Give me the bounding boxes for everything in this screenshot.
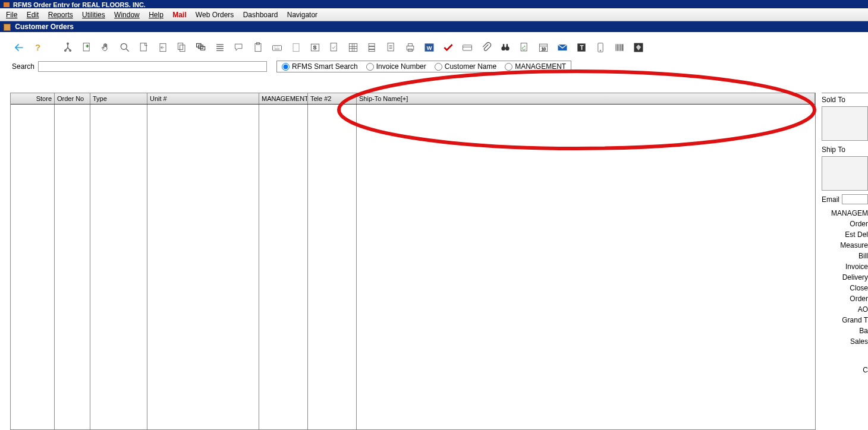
help-icon[interactable]: ? <box>31 40 45 55</box>
svg-rect-22 <box>369 46 375 49</box>
svg-rect-6 <box>140 43 146 51</box>
menu-weborders[interactable]: Web Orders <box>192 10 237 20</box>
mail-icon[interactable] <box>555 40 570 55</box>
menu-navigator[interactable]: Navigator <box>284 10 321 20</box>
clipboard-icon[interactable] <box>251 40 265 55</box>
copy-icon[interactable] <box>175 40 189 55</box>
paperclip-icon[interactable] <box>479 40 493 55</box>
menu-file[interactable]: File <box>2 10 21 20</box>
svg-rect-33 <box>503 44 505 47</box>
grid-col-tele2 <box>308 105 357 429</box>
grid-col-management <box>259 105 308 429</box>
text-box-icon[interactable]: T <box>574 40 589 55</box>
svg-rect-21 <box>369 43 375 46</box>
doc-lines-icon[interactable] <box>384 40 398 55</box>
col-header-management[interactable]: MANAGEMENT <box>259 93 308 104</box>
col-header-store[interactable]: Store <box>11 93 55 104</box>
fork-icon[interactable] <box>61 40 75 55</box>
diamond-icon[interactable] <box>631 40 646 55</box>
doc-back-icon[interactable] <box>156 40 170 55</box>
toolbar: ? S W 10 T <box>0 32 868 59</box>
device-icon[interactable] <box>593 40 608 55</box>
radio-smart-search[interactable]: RFMS Smart Search <box>282 62 358 71</box>
svg-rect-19 <box>331 43 336 51</box>
back-arrow-icon[interactable] <box>12 40 26 55</box>
svg-text:10: 10 <box>542 47 546 51</box>
svg-rect-8 <box>178 43 183 50</box>
grid-body <box>11 105 815 429</box>
printer-icon[interactable] <box>403 40 417 55</box>
keyboard-icon[interactable] <box>270 40 284 55</box>
app-title-bar: RFMS Order Entry for REAL FLOORS, INC. <box>0 0 868 8</box>
menu-dashboard[interactable]: Dashboard <box>240 10 282 20</box>
search-options: RFMS Smart Search Invoice Number Custome… <box>276 61 571 72</box>
svg-rect-26 <box>408 43 413 46</box>
svg-text:?: ? <box>35 42 40 52</box>
side-field-estdel: Est Del <box>822 229 868 240</box>
list-icon[interactable] <box>213 40 227 55</box>
radio-customer-name[interactable]: Customer Name <box>435 62 496 71</box>
email-input[interactable] <box>842 194 868 204</box>
svg-point-32 <box>505 46 510 50</box>
menu-edit[interactable]: Edit <box>23 10 43 20</box>
side-field-order2: Order <box>822 293 868 304</box>
side-field-invoice: Invoice <box>822 261 868 272</box>
radio-invoice-number[interactable]: Invoice Number <box>366 62 426 71</box>
svg-rect-15 <box>273 46 282 50</box>
svg-point-31 <box>501 46 505 50</box>
calendar-icon[interactable]: 10 <box>536 40 551 55</box>
grid-col-shipto <box>357 105 815 429</box>
sold-to-box <box>822 106 868 141</box>
radio-management[interactable]: MANAGEMENT <box>505 62 566 71</box>
search-label: Search <box>12 62 34 71</box>
speech-icon[interactable] <box>232 40 246 55</box>
svg-rect-16 <box>293 43 299 51</box>
grid-col-type <box>90 105 147 429</box>
svg-rect-34 <box>507 44 508 47</box>
menu-help[interactable]: Help <box>145 10 167 20</box>
col-header-unitnum[interactable]: Unit # <box>147 93 259 104</box>
word-icon[interactable]: W <box>422 40 436 55</box>
col-header-tele2[interactable]: Tele #2 <box>308 93 357 104</box>
grid-col-orderno <box>55 105 90 429</box>
search-input[interactable] <box>38 61 267 72</box>
svg-rect-41 <box>598 43 603 52</box>
menu-mail[interactable]: Mail <box>169 10 190 20</box>
s-box-icon[interactable]: S <box>308 40 322 55</box>
sub-title-text: Customer Orders <box>15 23 74 31</box>
side-field-c: C <box>822 365 868 375</box>
refresh-page-icon[interactable] <box>517 40 532 55</box>
stack-icon[interactable] <box>365 40 379 55</box>
doc-grid-icon[interactable] <box>346 40 360 55</box>
card-icon[interactable] <box>460 40 474 55</box>
orders-grid[interactable]: Store Order No Type Unit # MANAGEMENT Te… <box>10 93 816 430</box>
menu-utilities[interactable]: Utilities <box>78 10 109 20</box>
col-header-orderno[interactable]: Order No <box>55 93 90 104</box>
side-field-bill: Bill <box>822 251 868 261</box>
svg-point-5 <box>121 43 127 49</box>
binoculars-icon[interactable] <box>498 40 512 55</box>
menu-window[interactable]: Window <box>111 10 143 20</box>
page-icon[interactable] <box>137 40 151 55</box>
side-field-management: MANAGEM <box>822 208 868 219</box>
menu-bar: File Edit Reports Utilities Window Help … <box>0 8 868 21</box>
svg-rect-30 <box>463 45 472 50</box>
menu-reports[interactable]: Reports <box>45 10 77 20</box>
multi-window-icon[interactable] <box>194 40 208 55</box>
sold-to-label: Sold To <box>822 93 868 105</box>
app-title-text: RFMS Order Entry for REAL FLOORS, INC. <box>13 1 146 8</box>
svg-rect-4 <box>83 43 89 51</box>
barcode-icon[interactable] <box>612 40 627 55</box>
magnify-icon[interactable] <box>118 40 132 55</box>
doc-check-icon[interactable] <box>327 40 341 55</box>
col-header-shipto[interactable]: Ship-To Name[+] <box>357 93 815 104</box>
hand-icon[interactable] <box>99 40 113 55</box>
col-header-type[interactable]: Type <box>90 93 147 104</box>
page-blank-icon[interactable] <box>289 40 303 55</box>
app-icon <box>4 2 10 8</box>
new-doc-icon[interactable] <box>80 40 94 55</box>
side-field-delivery: Delivery <box>822 272 868 283</box>
red-check-icon[interactable] <box>441 40 455 55</box>
side-field-sales: Sales <box>822 336 868 347</box>
grid-header-row: Store Order No Type Unit # MANAGEMENT Te… <box>11 93 815 105</box>
